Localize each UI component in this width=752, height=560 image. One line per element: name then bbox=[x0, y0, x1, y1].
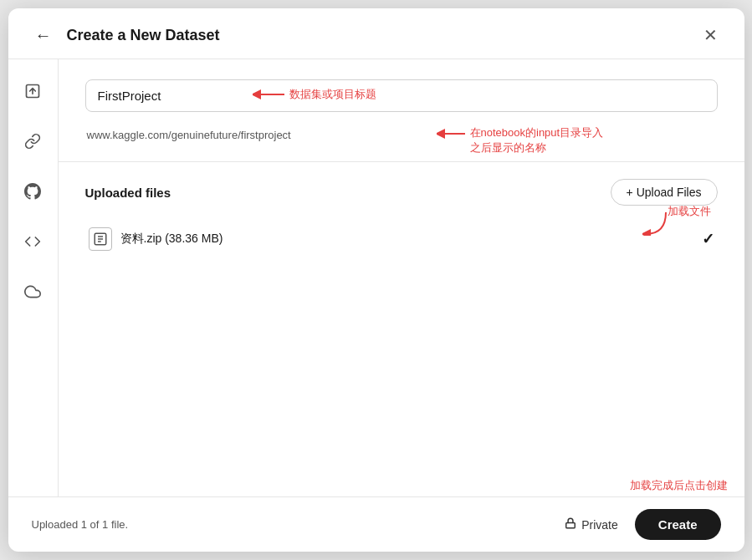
annotation-create-text: 加载完成后点击创建 bbox=[630, 478, 728, 493]
close-button[interactable]: ✕ bbox=[700, 25, 721, 45]
private-label: Private bbox=[565, 517, 618, 532]
dataset-name-input[interactable] bbox=[85, 79, 718, 112]
upload-section: Uploaded files + Upload Files 加载文件 bbox=[85, 179, 718, 206]
back-button[interactable]: ← bbox=[32, 26, 55, 45]
main-content: 数据集或项目标题 www.kaggle.com/genuinefuture/fi… bbox=[59, 59, 744, 496]
sidebar-github-icon[interactable] bbox=[18, 176, 48, 206]
file-type-icon bbox=[89, 227, 112, 251]
dialog-footer: Uploaded 1 of 1 file. Private Create bbox=[8, 496, 744, 552]
sidebar bbox=[8, 59, 59, 496]
svg-rect-7 bbox=[566, 522, 576, 527]
dialog-header: ← Create a New Dataset ✕ bbox=[8, 8, 744, 59]
sidebar-code-icon[interactable] bbox=[18, 227, 48, 257]
file-check-icon: ✓ bbox=[702, 230, 714, 248]
private-text: Private bbox=[581, 518, 618, 532]
url-display: www.kaggle.com/genuinefuture/firstprojec… bbox=[85, 129, 718, 141]
upload-files-button[interactable]: + Upload Files bbox=[611, 179, 718, 206]
create-dataset-dialog: ← Create a New Dataset ✕ bbox=[8, 8, 744, 552]
dialog-body: 数据集或项目标题 www.kaggle.com/genuinefuture/fi… bbox=[8, 59, 744, 496]
uploaded-files-label: Uploaded files bbox=[85, 186, 171, 200]
file-info: 资料.zip (38.36 MB) bbox=[89, 227, 223, 251]
sidebar-link-icon[interactable] bbox=[18, 126, 48, 156]
sidebar-upload-icon[interactable] bbox=[18, 76, 48, 106]
sidebar-cloud-icon[interactable] bbox=[18, 277, 48, 307]
dialog-title: Create a New Dataset bbox=[67, 27, 700, 44]
footer-right: Private Create bbox=[565, 509, 720, 540]
divider bbox=[59, 161, 744, 162]
file-item: 资料.zip (38.36 MB) ✓ bbox=[85, 221, 718, 257]
lock-icon bbox=[565, 517, 576, 532]
footer-status: Uploaded 1 of 1 file. bbox=[32, 518, 129, 531]
annotation-upload-text: 加载文件 bbox=[668, 204, 711, 219]
create-button[interactable]: Create bbox=[635, 509, 721, 540]
file-name: 资料.zip (38.36 MB) bbox=[120, 232, 223, 247]
